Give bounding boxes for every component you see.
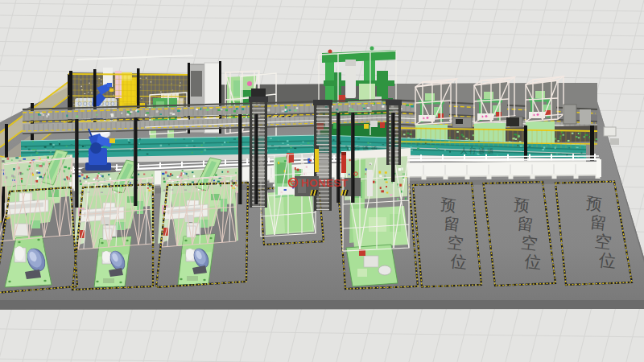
svg-text:人行通道: 人行通道 xyxy=(460,146,496,155)
svg-text:留: 留 xyxy=(517,214,535,233)
svg-text:预: 预 xyxy=(440,195,457,214)
svg-text:留: 留 xyxy=(589,213,608,232)
svg-text:空: 空 xyxy=(593,231,612,251)
svg-text:位: 位 xyxy=(598,250,617,271)
svg-text:HONEST: HONEST xyxy=(301,177,349,189)
svg-text:预: 预 xyxy=(585,194,604,213)
svg-text:留: 留 xyxy=(443,214,460,233)
svg-text:空: 空 xyxy=(446,233,464,253)
svg-text:位: 位 xyxy=(448,252,468,271)
svg-text:空: 空 xyxy=(520,233,539,253)
svg-text:预: 预 xyxy=(513,195,530,215)
svg-text:位: 位 xyxy=(522,251,542,271)
